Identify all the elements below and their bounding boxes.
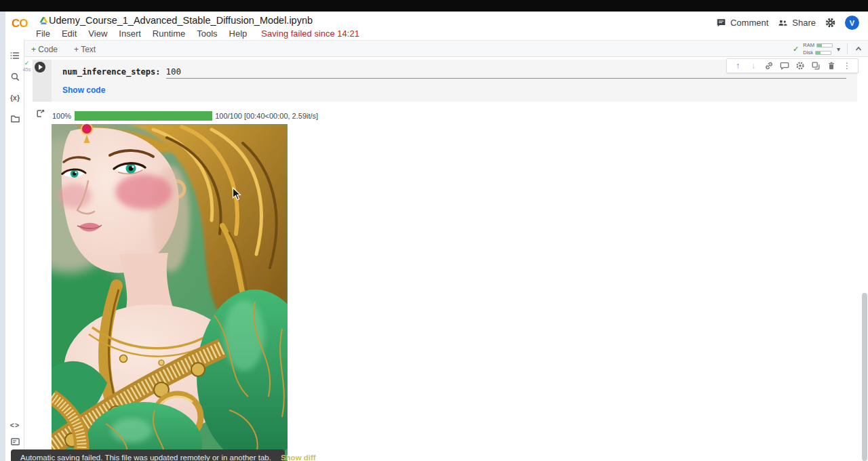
- toast-message: Automatic saving failed. This file was u…: [20, 454, 271, 461]
- ram-gauge: [816, 43, 833, 47]
- table-of-contents-icon[interactable]: [9, 49, 21, 62]
- left-sidebar: {x} <>: [5, 39, 24, 461]
- notebook-header: CO Udemy_Course_1_Advanced_Stable_Diffus…: [5, 12, 868, 39]
- exec-time: 45s: [22, 66, 32, 73]
- user-avatar[interactable]: V: [845, 16, 859, 30]
- menu-help[interactable]: Help: [229, 28, 248, 39]
- disk-label: Disk: [803, 49, 813, 56]
- star-icon[interactable]: ☆: [276, 14, 285, 25]
- share-people-icon: [777, 18, 788, 28]
- files-icon[interactable]: [9, 113, 21, 125]
- search-icon[interactable]: [9, 71, 21, 83]
- gear-icon: [825, 17, 836, 28]
- colab-logo[interactable]: CO: [12, 17, 28, 31]
- mirror-cell-icon[interactable]: [811, 61, 821, 71]
- show-code-link[interactable]: Show code: [62, 85, 105, 95]
- header-actions: Comment Share: [716, 16, 859, 30]
- delete-cell-icon[interactable]: [827, 61, 836, 71]
- add-text-button[interactable]: + Text: [70, 43, 100, 56]
- play-icon: [39, 64, 43, 70]
- comment-label: Comment: [730, 18, 768, 28]
- progress-bar: [75, 111, 212, 121]
- progress-output: 100% 100/100 [00:40<00:00, 2.59it/s]: [52, 111, 318, 121]
- menu-bar: File Edit View Insert Runtime Tools Help…: [36, 28, 359, 39]
- cell-settings-gear-icon[interactable]: [795, 61, 805, 71]
- code-cell: ✓ 45s num_inference_steps: 100 Show code…: [33, 60, 857, 102]
- saving-failed-status[interactable]: Saving failed since 14:21: [261, 28, 359, 39]
- add-code-button[interactable]: + Code: [27, 43, 62, 56]
- cell-gutter: [33, 60, 52, 102]
- stable-diffusion-portrait: [52, 124, 288, 461]
- progress-percent: 100%: [52, 112, 71, 120]
- window-left-edge: [0, 12, 5, 461]
- move-cell-up-icon[interactable]: ↑: [733, 61, 743, 71]
- code-snippets-icon[interactable]: <>: [9, 419, 21, 431]
- autosave-failed-toast: Automatic saving failed. This file was u…: [11, 449, 285, 461]
- exec-success-icon: ✓: [22, 60, 32, 66]
- vertical-scrollbar[interactable]: [862, 293, 867, 461]
- generated-image-output: [52, 124, 288, 461]
- cell-toolbar: ↑ ↓: [726, 58, 859, 73]
- drive-icon: [39, 16, 48, 25]
- collapse-sections-icon[interactable]: [854, 45, 863, 53]
- share-button[interactable]: Share: [777, 18, 816, 28]
- run-cell-button[interactable]: [35, 62, 45, 73]
- window-top-bar: [0, 0, 868, 12]
- terminal-icon[interactable]: [9, 435, 21, 447]
- more-cell-actions-icon[interactable]: ⋮: [842, 61, 852, 71]
- progress-stats: 100/100 [00:40<00:00, 2.59it/s]: [215, 112, 318, 120]
- cell-exec-status: ✓ 45s: [22, 60, 32, 73]
- output-indicator-icon[interactable]: [35, 108, 45, 119]
- toolbar-divider: [847, 43, 848, 54]
- resource-monitor[interactable]: RAM Disk: [803, 42, 833, 56]
- disk-gauge: [815, 51, 831, 55]
- menu-edit[interactable]: Edit: [62, 28, 77, 39]
- add-comment-icon[interactable]: [780, 61, 789, 71]
- connected-check-icon: ✓: [793, 45, 799, 54]
- link-to-cell-icon[interactable]: [764, 61, 774, 71]
- show-diff-button[interactable]: Show diff: [281, 454, 316, 461]
- comment-button[interactable]: Comment: [716, 18, 768, 28]
- notebook-toolbar: + Code + Text ✓ RAM Disk ▾: [24, 40, 868, 57]
- menu-tools[interactable]: Tools: [197, 28, 217, 39]
- variables-icon[interactable]: {x}: [9, 92, 21, 104]
- share-label: Share: [792, 18, 816, 28]
- notebook-title[interactable]: Udemy_Course_1_Advanced_Stable_Diffusion…: [49, 15, 313, 26]
- mouse-cursor: [232, 187, 241, 201]
- menu-view[interactable]: View: [88, 28, 107, 39]
- move-cell-down-icon[interactable]: ↓: [749, 61, 758, 71]
- menu-insert[interactable]: Insert: [119, 28, 141, 39]
- resources-dropdown-icon[interactable]: ▾: [837, 45, 840, 53]
- form-field-label: num_inference_steps:: [62, 67, 161, 77]
- ram-label: RAM: [803, 42, 814, 48]
- colab-window: CO Udemy_Course_1_Advanced_Stable_Diffus…: [0, 0, 868, 461]
- settings-button[interactable]: [825, 17, 836, 28]
- comment-icon: [716, 18, 726, 28]
- menu-runtime[interactable]: Runtime: [153, 28, 185, 39]
- menu-file[interactable]: File: [36, 28, 50, 39]
